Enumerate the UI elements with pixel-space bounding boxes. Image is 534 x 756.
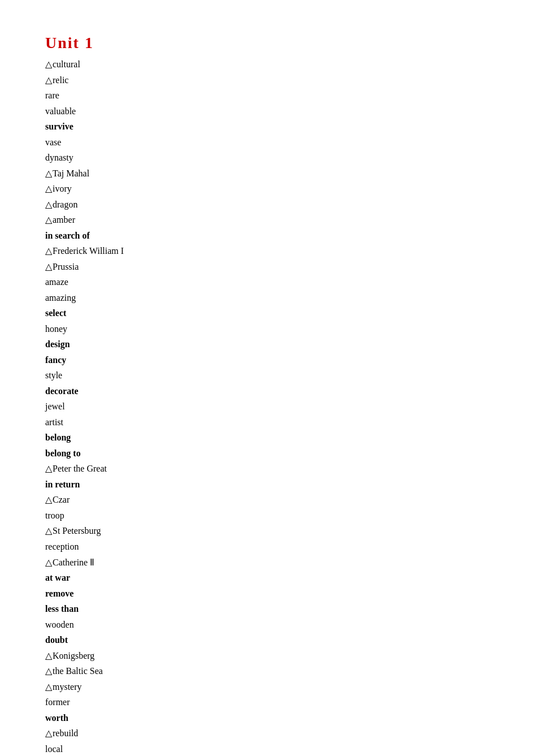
word-item: △amber: [45, 212, 489, 228]
word-item: △Czar: [45, 492, 489, 508]
word-item: △Konigsberg: [45, 648, 489, 664]
word-text: St Petersburg: [53, 526, 101, 535]
word-text: Peter the Great: [53, 464, 107, 473]
word-item: △St Petersburg: [45, 523, 489, 539]
word-text: Frederick William I: [53, 246, 124, 256]
triangle-icon: △: [45, 212, 52, 228]
word-item: △Prussia: [45, 259, 489, 275]
word-item: △relic: [45, 72, 489, 88]
triangle-icon: △: [45, 492, 52, 508]
word-text: Konigsberg: [53, 651, 94, 660]
triangle-icon: △: [45, 181, 52, 197]
word-item: style: [45, 368, 489, 383]
triangle-icon: △: [45, 197, 52, 213]
word-item: select: [45, 305, 489, 321]
word-item: △rebuild: [45, 725, 489, 741]
word-item: decorate: [45, 383, 489, 399]
triangle-icon: △: [45, 259, 52, 275]
word-item: local: [45, 741, 489, 756]
word-item: belong to: [45, 446, 489, 461]
word-item: survive: [45, 119, 489, 135]
word-item: vase: [45, 135, 489, 150]
word-text: ivory: [53, 184, 72, 193]
word-item: △Taj Mahal: [45, 166, 489, 182]
word-item: less than: [45, 601, 489, 617]
word-item: dynasty: [45, 150, 489, 166]
word-item: doubt: [45, 632, 489, 648]
word-text: Prussia: [53, 262, 79, 271]
word-item: △dragon: [45, 197, 489, 213]
word-item: honey: [45, 321, 489, 337]
word-item: in return: [45, 477, 489, 493]
word-item: in search of: [45, 228, 489, 244]
word-text: cultural: [53, 59, 80, 69]
word-item: fancy: [45, 352, 489, 368]
triangle-icon: △: [45, 57, 52, 72]
word-item: wooden: [45, 617, 489, 633]
word-item: jewel: [45, 399, 489, 414]
triangle-icon: △: [45, 555, 52, 571]
triangle-icon: △: [45, 461, 52, 477]
word-text: Taj Mahal: [53, 169, 89, 178]
triangle-icon: △: [45, 523, 52, 539]
unit-title: Unit 1: [45, 34, 489, 52]
triangle-icon: △: [45, 72, 52, 88]
word-item: △cultural: [45, 57, 489, 72]
word-item: worth: [45, 710, 489, 726]
word-text: Czar: [53, 495, 70, 504]
triangle-icon: △: [45, 648, 52, 664]
word-item: △mystery: [45, 679, 489, 695]
word-item: △Frederick William I: [45, 243, 489, 259]
word-text: Catherine Ⅱ: [53, 558, 94, 567]
word-item: artist: [45, 414, 489, 430]
triangle-icon: △: [45, 725, 52, 741]
word-item: rare: [45, 88, 489, 103]
word-text: mystery: [53, 682, 82, 692]
triangle-icon: △: [45, 663, 52, 679]
word-item: △Catherine Ⅱ: [45, 555, 489, 571]
word-item: troop: [45, 508, 489, 524]
word-text: relic: [53, 75, 68, 85]
word-item: remove: [45, 586, 489, 602]
word-text: dragon: [53, 200, 77, 209]
word-item: △the Baltic Sea: [45, 663, 489, 679]
triangle-icon: △: [45, 166, 52, 182]
triangle-icon: △: [45, 679, 52, 695]
word-text: rebuild: [53, 728, 78, 738]
word-list: △cultural△relicrarevaluablesurvivevasedy…: [45, 57, 489, 756]
word-item: valuable: [45, 103, 489, 119]
word-item: amazing: [45, 290, 489, 306]
word-item: at war: [45, 570, 489, 586]
word-text: the Baltic Sea: [53, 666, 103, 676]
word-item: belong: [45, 430, 489, 446]
triangle-icon: △: [45, 243, 52, 259]
word-item: △ivory: [45, 181, 489, 197]
page: Unit 1 △cultural△relicrarevaluablesurviv…: [0, 0, 534, 756]
word-item: △Peter the Great: [45, 461, 489, 477]
word-item: former: [45, 694, 489, 710]
word-text: amber: [53, 215, 75, 224]
word-item: design: [45, 336, 489, 352]
word-item: amaze: [45, 274, 489, 290]
word-item: reception: [45, 539, 489, 555]
